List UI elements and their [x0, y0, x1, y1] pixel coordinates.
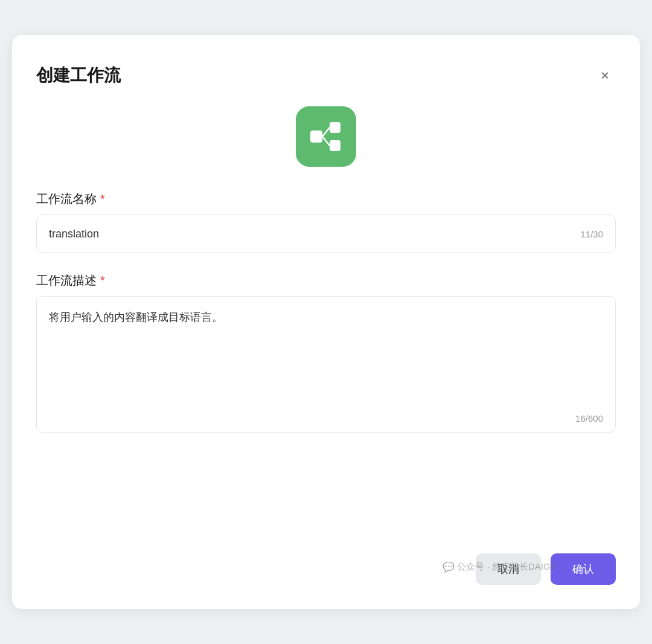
name-form-group: 工作流名称 * 11/30: [36, 191, 616, 253]
dialog-footer: 💬 公众号 · 然克船长DAIG0 取消 确认: [36, 529, 616, 585]
description-textarea[interactable]: 将用户输入的内容翻译成目标语言。: [49, 309, 603, 405]
name-char-count: 11/30: [580, 229, 603, 239]
dialog-overlay: 创建工作流 × 工作流名称: [0, 0, 652, 644]
name-label: 工作流名称 *: [36, 191, 616, 207]
description-required-star: *: [100, 274, 105, 288]
confirm-button[interactable]: 确认: [551, 553, 616, 585]
name-input-wrapper: 11/30: [36, 214, 616, 253]
svg-line-4: [322, 137, 330, 146]
dialog-container: 创建工作流 × 工作流名称: [12, 35, 640, 609]
description-form-group: 工作流描述 * 将用户输入的内容翻译成目标语言。 16/600: [36, 272, 616, 433]
svg-rect-2: [330, 140, 340, 151]
svg-rect-1: [330, 122, 340, 133]
dialog-header: 创建工作流 ×: [36, 64, 616, 87]
description-char-count: 16/600: [575, 413, 603, 423]
dialog-title: 创建工作流: [36, 64, 121, 87]
close-button[interactable]: ×: [594, 65, 616, 86]
workflow-icon: [296, 106, 356, 167]
workflow-svg-icon: [308, 118, 344, 155]
name-required-star: *: [100, 192, 105, 206]
wechat-icon: 💬: [443, 561, 455, 573]
description-label: 工作流描述 *: [36, 272, 616, 289]
svg-line-3: [322, 127, 330, 137]
watermark: 💬 公众号 · 然克船长DAIG0: [443, 561, 555, 573]
description-textarea-wrapper: 将用户输入的内容翻译成目标语言。 16/600: [36, 296, 616, 433]
name-input[interactable]: [49, 228, 580, 240]
icon-container: [36, 106, 616, 167]
svg-rect-0: [310, 130, 322, 143]
